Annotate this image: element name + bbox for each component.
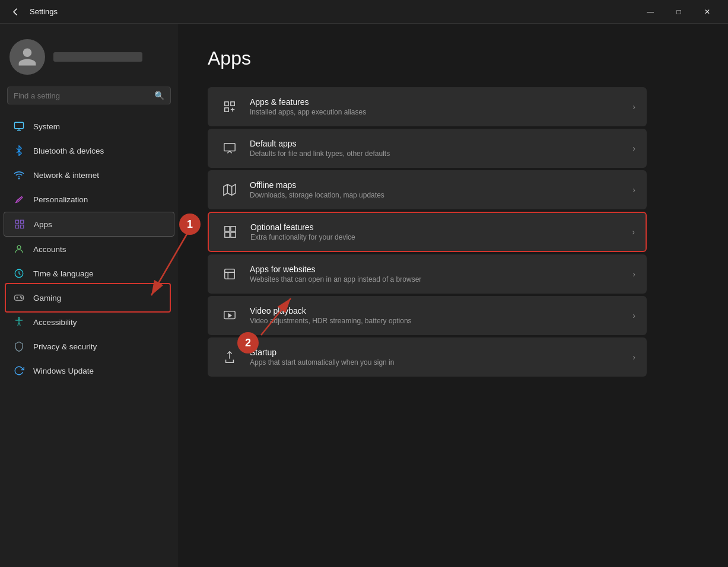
bluetooth-icon <box>13 145 25 157</box>
maximize-button[interactable]: □ <box>665 2 692 21</box>
sidebar-item-label: Time & language <box>33 269 94 278</box>
chevron-icon: › <box>632 227 635 237</box>
settings-item-optional-features[interactable]: Optional features Extra functionality fo… <box>208 212 647 252</box>
search-box[interactable]: 🔍 <box>7 87 171 104</box>
settings-item-text: Default apps Defaults for file and link … <box>250 139 623 158</box>
sidebar-item-label: Personalization <box>33 195 88 204</box>
sidebar: 🔍 System Bluetooth & devices Network & i… <box>0 24 178 567</box>
sidebar-item-accounts[interactable]: Accounts <box>4 237 174 261</box>
sidebar-item-label: Privacy & security <box>33 342 97 351</box>
video-playback-icon <box>219 305 240 326</box>
settings-item-text: Apps & features Installed apps, app exec… <box>250 97 623 116</box>
sidebar-item-label: Accounts <box>33 245 66 254</box>
svg-rect-17 <box>225 102 228 106</box>
page-title: Apps <box>208 47 698 69</box>
personalization-icon <box>13 193 25 205</box>
chevron-icon: › <box>632 102 635 112</box>
settings-item-text: Optional features Extra functionality fo… <box>250 222 622 241</box>
search-input[interactable] <box>14 91 150 100</box>
svg-point-14 <box>20 297 21 298</box>
settings-item-apps-websites[interactable]: Apps for websites Websites that can open… <box>208 254 647 294</box>
annotation-1: 1 <box>179 214 201 235</box>
svg-point-9 <box>17 246 21 249</box>
settings-item-subtitle: Websites that can open in an app instead… <box>250 275 623 284</box>
settings-item-offline-maps[interactable]: Offline maps Downloads, storage location… <box>208 170 647 209</box>
accessibility-icon <box>13 316 25 328</box>
settings-item-subtitle: Video adjustments, HDR streaming, batter… <box>250 317 623 325</box>
apps-features-icon <box>219 96 240 117</box>
sidebar-item-label: Apps <box>34 220 52 229</box>
user-section <box>0 33 178 87</box>
settings-item-default-apps[interactable]: Default apps Defaults for file and link … <box>208 129 647 168</box>
avatar <box>9 39 45 75</box>
sidebar-item-system[interactable]: System <box>4 114 174 138</box>
svg-rect-27 <box>231 227 236 231</box>
settings-item-title: Video playback <box>250 306 623 316</box>
settings-item-subtitle: Extra functionality for your device <box>250 233 622 241</box>
settings-item-subtitle: Downloads, storage location, map updates <box>250 191 623 199</box>
chevron-icon: › <box>632 311 635 320</box>
back-button[interactable] <box>7 4 24 20</box>
sidebar-item-network[interactable]: Network & internet <box>4 163 174 187</box>
svg-rect-5 <box>15 220 18 223</box>
offline-maps-icon <box>219 179 240 200</box>
settings-item-title: Optional features <box>250 222 622 232</box>
optional-features-icon <box>220 221 241 243</box>
svg-rect-6 <box>21 220 24 223</box>
sidebar-item-label: Windows Update <box>33 367 94 375</box>
settings-item-text: Apps for websites Websites that can open… <box>250 265 623 284</box>
network-icon <box>13 169 25 181</box>
svg-rect-29 <box>231 232 236 237</box>
username-redacted <box>53 52 142 62</box>
gaming-icon <box>13 292 25 304</box>
app-title: Settings <box>30 7 58 16</box>
titlebar: Settings — □ ✕ <box>0 0 728 24</box>
settings-item-video-playback[interactable]: Video playback Video adjustments, HDR st… <box>208 296 647 335</box>
sidebar-item-bluetooth[interactable]: Bluetooth & devices <box>4 139 174 163</box>
svg-marker-23 <box>224 184 236 195</box>
chevron-icon: › <box>632 269 635 279</box>
window-controls: — □ ✕ <box>637 2 721 21</box>
svg-marker-33 <box>228 314 231 317</box>
minimize-button[interactable]: — <box>637 2 664 21</box>
chevron-icon: › <box>632 144 635 153</box>
svg-rect-28 <box>225 232 230 237</box>
settings-item-text: Video playback Video adjustments, HDR st… <box>250 306 623 325</box>
settings-item-title: Default apps <box>250 139 623 148</box>
svg-rect-18 <box>231 102 234 106</box>
settings-item-startup[interactable]: Startup Apps that start automatically wh… <box>208 337 647 377</box>
search-icon: 🔍 <box>154 91 164 100</box>
content-area: Apps Apps & features Installed apps, app… <box>178 24 728 567</box>
system-icon <box>13 120 25 132</box>
settings-item-title: Offline maps <box>250 180 623 190</box>
settings-item-subtitle: Apps that start automatically when you s… <box>250 358 623 367</box>
settings-item-subtitle: Installed apps, app execution aliases <box>250 108 623 116</box>
svg-point-16 <box>18 318 20 320</box>
close-button[interactable]: ✕ <box>694 2 721 21</box>
sidebar-item-personalization[interactable]: Personalization <box>4 187 174 211</box>
sidebar-item-label: System <box>33 122 60 131</box>
startup-icon <box>219 346 240 368</box>
sidebar-item-privacy[interactable]: Privacy & security <box>4 335 174 358</box>
settings-item-title: Apps & features <box>250 97 623 107</box>
sidebar-item-update[interactable]: Windows Update <box>4 359 174 383</box>
privacy-icon <box>13 340 25 352</box>
svg-rect-22 <box>224 144 235 151</box>
svg-rect-19 <box>225 108 228 112</box>
sidebar-item-label: Bluetooth & devices <box>33 146 104 155</box>
sidebar-item-label: Accessibility <box>33 318 77 327</box>
settings-item-title: Startup <box>250 348 623 357</box>
svg-point-15 <box>21 298 23 299</box>
app-container: 🔍 System Bluetooth & devices Network & i… <box>0 24 728 567</box>
sidebar-item-gaming[interactable]: Gaming <box>4 286 174 310</box>
sidebar-item-accessibility[interactable]: Accessibility <box>4 310 174 334</box>
settings-item-title: Apps for websites <box>250 265 623 274</box>
apps-icon <box>14 218 26 230</box>
sidebar-item-label: Gaming <box>33 294 61 302</box>
settings-item-apps-features[interactable]: Apps & features Installed apps, app exec… <box>208 87 647 126</box>
sidebar-item-apps[interactable]: Apps <box>4 212 174 237</box>
sidebar-item-time[interactable]: Time & language <box>4 262 174 285</box>
settings-list: Apps & features Installed apps, app exec… <box>208 87 647 377</box>
update-icon <box>13 365 25 377</box>
sidebar-item-label: Network & internet <box>33 171 99 180</box>
